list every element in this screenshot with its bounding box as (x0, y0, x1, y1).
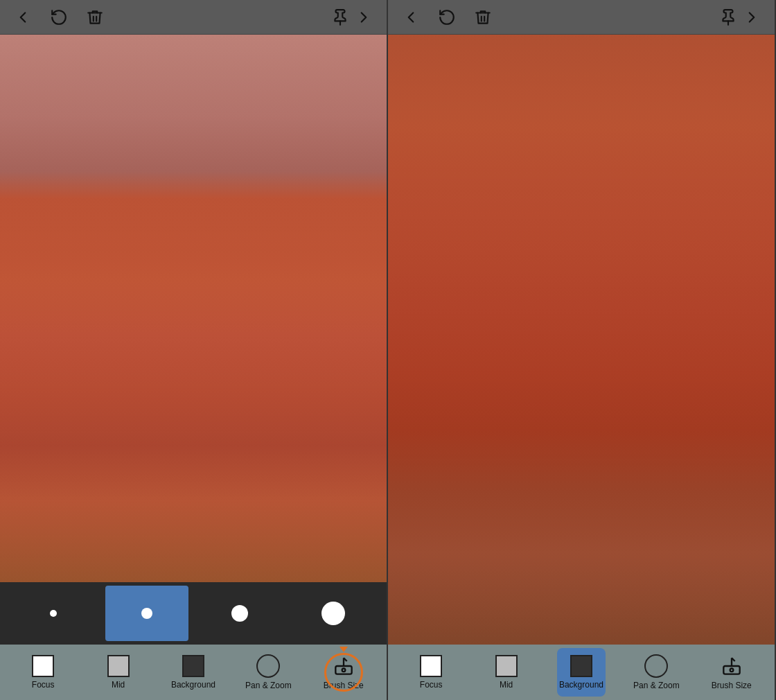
left-pan-zoom-button[interactable]: Pan & Zoom (244, 648, 292, 697)
svg-rect-3 (335, 666, 351, 674)
right-photo (388, 35, 775, 645)
background-label: Background (171, 680, 215, 690)
brush-size-medium[interactable] (105, 586, 188, 641)
left-bottom-toolbar: Focus Mid Background Pan & Zoom (0, 645, 387, 700)
svg-rect-8 (723, 666, 739, 674)
right-toolbar-right (716, 6, 764, 29)
pan-zoom-label: Pan & Zoom (245, 681, 292, 690)
right-delete-button[interactable] (471, 6, 495, 29)
svg-point-4 (342, 669, 345, 672)
left-brush-bar (0, 582, 387, 645)
right-pan-zoom-button[interactable]: Pan & Zoom (632, 648, 680, 697)
brush-size-icon (330, 654, 357, 678)
right-forward-button[interactable] (740, 6, 764, 29)
right-mid-label: Mid (500, 680, 513, 690)
right-undo-button[interactable] (435, 6, 459, 29)
right-panel: Focus Mid Background Pan & Zoom Brush S (388, 0, 776, 700)
brush-dot-large (231, 605, 248, 622)
left-forward-button[interactable] (352, 6, 376, 29)
right-bottom-toolbar: Focus Mid Background Pan & Zoom Brush S (388, 645, 775, 700)
right-focus-icon (420, 655, 442, 677)
left-mid-button[interactable]: Mid (94, 648, 143, 697)
right-background-icon (570, 655, 592, 677)
left-image-area (0, 35, 387, 582)
left-toolbar (0, 0, 387, 35)
left-focus-button[interactable]: Focus (19, 648, 67, 697)
left-toolbar-left (11, 6, 107, 29)
right-image-area (388, 35, 775, 645)
right-toolbar (388, 0, 775, 35)
brush-size-small[interactable] (12, 586, 95, 641)
brush-dot-xlarge (321, 602, 345, 625)
right-brush-size-button[interactable]: Brush Size (707, 648, 756, 697)
right-pan-zoom-icon (644, 654, 668, 678)
right-back-button[interactable] (399, 6, 423, 29)
mid-label: Mid (112, 680, 125, 690)
left-undo-button[interactable] (47, 6, 71, 29)
left-toolbar-right (328, 6, 376, 29)
mid-icon (107, 655, 130, 677)
background-icon (182, 655, 204, 677)
right-mid-icon (495, 655, 518, 677)
left-delete-button[interactable] (83, 6, 107, 29)
right-mid-button[interactable]: Mid (482, 648, 531, 697)
right-background-button[interactable]: Background (557, 648, 606, 697)
left-back-button[interactable] (11, 6, 35, 29)
brush-size-xlarge[interactable] (292, 586, 375, 641)
left-background-button[interactable]: Background (169, 648, 218, 697)
right-pan-zoom-label: Pan & Zoom (633, 681, 680, 690)
left-photo (0, 35, 387, 582)
right-brush-size-label: Brush Size (712, 681, 752, 690)
right-pin-button[interactable] (716, 6, 740, 29)
brush-dot-medium (141, 608, 152, 619)
brush-size-large[interactable] (198, 586, 281, 641)
focus-icon (32, 655, 54, 677)
left-panel: Focus Mid Background Pan & Zoom (0, 0, 388, 700)
brush-dot-small (50, 610, 57, 617)
right-focus-button[interactable]: Focus (407, 648, 455, 697)
right-toolbar-left (399, 6, 495, 29)
svg-point-9 (730, 669, 733, 672)
focus-label: Focus (32, 680, 55, 690)
brush-size-label: Brush Size (324, 681, 364, 690)
right-focus-label: Focus (420, 680, 443, 690)
brush-size-triangle (340, 647, 348, 652)
pan-zoom-icon (256, 654, 280, 678)
left-pin-button[interactable] (328, 6, 352, 29)
left-brush-size-button[interactable]: Brush Size (319, 648, 368, 697)
right-brush-size-icon (718, 654, 745, 678)
right-background-label: Background (559, 680, 603, 690)
